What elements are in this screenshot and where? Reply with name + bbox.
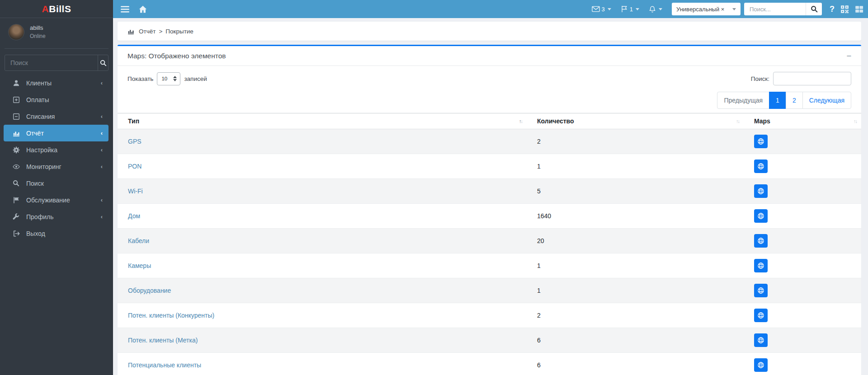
globe-icon [757,312,764,319]
user-name: abills [30,24,46,33]
count-cell: 5 [527,179,744,204]
sidebar-item-service[interactable]: Обслуживание ‹ [4,192,108,208]
type-link[interactable]: Потен. клиенты (Метка) [128,337,198,344]
help-button[interactable]: ? [830,5,835,14]
type-link[interactable]: Камеры [128,262,151,269]
pagination-prev[interactable]: Предыдущая [717,92,769,109]
topbar-search-button[interactable] [806,3,822,15]
type-link[interactable]: Кабели [128,237,149,244]
sidebar-item-label: Обслуживание [26,197,70,204]
sidebar-menu: Клиенты ‹ Оплаты Списания ‹ Отчёт ‹ Наст… [0,75,113,242]
type-link[interactable]: PON [128,163,142,170]
sidebar-item-clients[interactable]: Клиенты ‹ [4,75,108,91]
table-search-input[interactable] [773,72,851,85]
table-row: GPS 2 [118,129,861,154]
grid-squares-icon[interactable] [855,5,863,14]
hamburger-menu-icon[interactable] [121,6,129,13]
chevron-left-icon: ‹ [101,214,103,220]
chevron-left-icon: ‹ [101,147,103,153]
sidebar-item-label: Мониторинг [26,163,61,170]
sidebar-item-search[interactable]: Поиск [4,175,108,192]
table-row: Дом 1640 [118,204,861,229]
count-cell: 1640 [527,204,744,229]
map-button[interactable] [754,333,768,347]
search-icon [13,180,20,187]
gear-icon [13,146,20,154]
table-row: Камеры 1 [118,253,861,278]
sidebar-item-settings[interactable]: Настройка ‹ [4,141,108,158]
maps-panel-title: Maps: Отображено элементов [127,52,226,60]
type-link[interactable]: Wi-Fi [128,188,143,195]
type-link[interactable]: GPS [128,138,142,145]
map-button[interactable] [754,284,768,297]
chevron-down-icon [659,8,662,10]
globe-icon [757,188,764,195]
page-size-value: 10 [161,76,167,81]
sort-icon: ↑↓ [736,118,739,124]
breadcrumb-separator: > [159,28,162,35]
map-button[interactable] [754,209,768,223]
sidebar-search-button[interactable] [98,55,108,70]
sidebar-item-report[interactable]: Отчёт ‹ [4,125,108,141]
table-row: Wi-Fi 5 [118,179,861,204]
sidebar-item-label: Выход [26,230,45,237]
table-row: Потенциальные клиенты 6 [118,353,861,375]
globe-icon [757,262,764,269]
map-button[interactable] [754,159,768,173]
flag-notifications[interactable]: 1 [621,5,639,13]
topbar-search-input[interactable] [744,3,806,15]
page-size-select[interactable]: 10 [157,72,180,85]
search-icon [100,60,107,66]
column-header-type[interactable]: Тип ↑↓ [118,113,527,129]
topbar-search [744,3,822,15]
flag-icon [621,5,628,13]
globe-icon [757,361,764,369]
map-button[interactable] [754,234,768,248]
mail-notifications[interactable]: 3 [592,6,611,13]
column-header-count[interactable]: Количество ↑↓ [527,113,744,129]
sidebar-item-label: Клиенты [26,80,52,87]
sidebar-item-label: Отчёт [26,130,44,137]
sidebar-item-payments[interactable]: Оплаты [4,91,108,108]
pagination-next[interactable]: Следующая [802,92,851,109]
sidebar-item-label: Оплаты [26,96,49,103]
count-cell: 6 [527,353,744,375]
qr-grid-icon[interactable] [840,5,849,14]
stepper-icon [173,76,177,81]
pagination-page-1[interactable]: 1 [769,92,786,109]
type-link[interactable]: Потенциальные клиенты [128,361,201,369]
sidebar-item-monitoring[interactable]: Мониторинг ‹ [4,158,108,175]
bell-notifications[interactable] [649,5,662,13]
user-status: Online [30,33,46,40]
main-content: Отчёт > Покрытие Maps: Отображено элемен… [113,18,868,375]
logo-text: BillS [49,4,71,14]
context-filter-select[interactable]: Универсальный × [672,3,741,15]
map-button[interactable] [754,135,768,148]
sort-icon: ↑↓ [519,118,522,124]
chevron-down-icon [732,8,736,10]
chevron-left-icon: ‹ [101,80,103,86]
logo-accent-letter: A [42,4,49,14]
pagination-page-2[interactable]: 2 [786,92,803,109]
globe-icon [757,237,764,244]
home-icon[interactable] [139,5,147,13]
map-button[interactable] [754,259,768,272]
avatar[interactable] [8,24,24,40]
column-header-maps[interactable]: Maps ↑↓ [744,113,861,129]
sidebar-item-profile[interactable]: Профиль ‹ [4,208,108,225]
breadcrumb-section[interactable]: Отчёт [139,28,156,35]
sidebar-item-charges[interactable]: Списания ‹ [4,108,108,125]
type-link[interactable]: Потен. клиенты (Конкуренты) [128,312,214,319]
type-link[interactable]: Оборудование [128,287,171,294]
type-link[interactable]: Дом [128,212,140,220]
collapse-icon[interactable]: − [846,53,851,59]
map-button[interactable] [754,358,768,372]
map-button[interactable] [754,309,768,322]
sidebar-item-logout[interactable]: Выход [4,225,108,242]
map-button[interactable] [754,184,768,198]
sidebar-search-input[interactable] [5,55,98,70]
table-search-label: Поиск: [751,75,769,82]
table-controls: Показать 10 записей Поиск: [118,66,861,85]
globe-icon [757,138,764,145]
flag-icon [13,197,20,204]
